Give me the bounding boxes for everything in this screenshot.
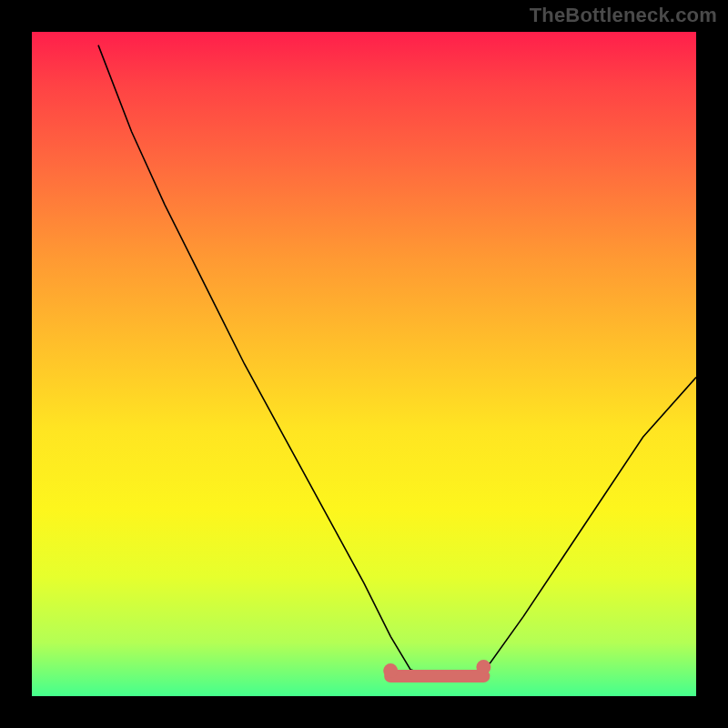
- flat-region-marker: [383, 660, 490, 678]
- curve-line: [98, 46, 696, 677]
- chart-frame: TheBottleneck.com: [0, 0, 728, 728]
- bottleneck-curve: [32, 32, 696, 696]
- flat-marker-cap-left: [383, 663, 398, 678]
- flat-marker-cap-right: [476, 660, 490, 674]
- plot-area: [32, 32, 696, 696]
- watermark-text: TheBottleneck.com: [530, 4, 717, 27]
